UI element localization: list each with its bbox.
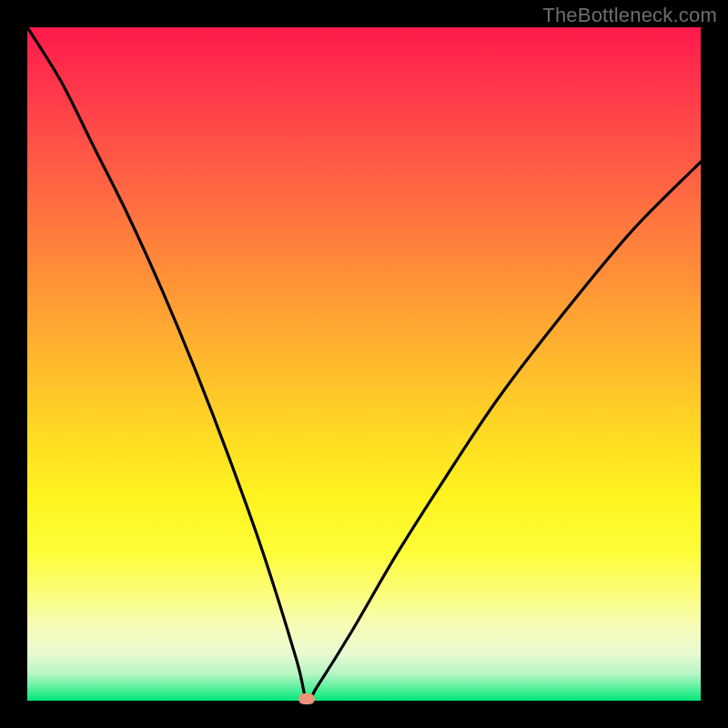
curve-svg <box>27 27 701 701</box>
chart-frame: TheBottleneck.com <box>0 0 728 728</box>
bottleneck-curve <box>27 27 701 701</box>
plot-area <box>27 27 701 701</box>
optimum-marker <box>298 693 315 704</box>
watermark-text: TheBottleneck.com <box>542 4 717 27</box>
